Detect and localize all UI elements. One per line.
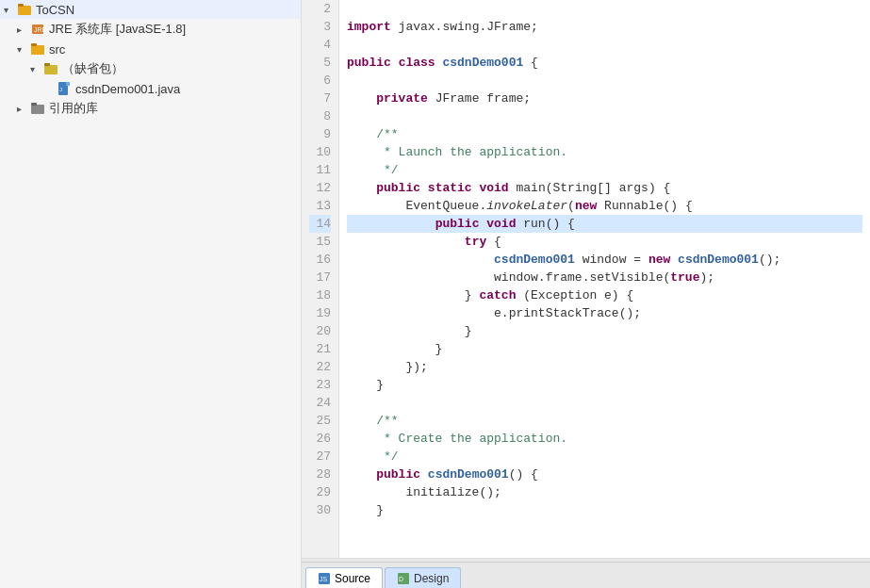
svg-text:J: J [59,87,62,92]
code-line-10: * Launch the application. [347,143,862,161]
code-line-27: */ [347,448,862,466]
code-line-12: public static void main(String[] args) { [347,179,862,197]
code-line-26: * Create the application. [347,430,862,448]
src-folder-icon [30,41,45,57]
sidebar-item-java-file[interactable]: J csdnDemo001.java [0,79,301,98]
main-container: ▾ ToCSN ▸ JRE JRE 系统库 [JavaSE-1.8] ▾ [0,0,870,588]
code-editor[interactable]: import javax.swing.JFrame; public class … [339,0,870,558]
svg-text:JS: JS [320,576,328,582]
svg-text:JRE: JRE [34,26,45,33]
code-line-29: initialize(); [347,483,862,501]
code-line-5: public class csdnDemo001 { [347,54,862,72]
code-line-24 [347,394,862,412]
sidebar: ▾ ToCSN ▸ JRE JRE 系统库 [JavaSE-1.8] ▾ [0,0,302,588]
source-tab-label: Source [335,572,370,585]
code-line-11: */ [347,161,862,179]
editor-area: 2 3 4 5 6 7 8 9 10 11 12 13 14 15 16 17 … [302,0,870,588]
code-line-13: EventQueue.invokeLater(new Runnable() { [347,197,862,215]
svg-rect-13 [31,103,37,106]
code-line-3: import javax.swing.JFrame; [347,18,862,36]
svg-rect-4 [31,45,44,55]
project-label: ToCSN [36,3,74,17]
tab-design[interactable]: D Design [385,567,461,588]
code-line-23: } [347,376,862,394]
code-line-2 [347,0,862,18]
expand-arrow-pkg: ▾ [30,64,43,74]
sidebar-item-lib[interactable]: ▸ 引用的库 [0,98,301,119]
sidebar-item-jre[interactable]: ▸ JRE JRE 系统库 [JavaSE-1.8] [0,19,301,40]
svg-rect-1 [18,4,24,7]
svg-text:D: D [399,576,403,582]
sidebar-item-project[interactable]: ▾ ToCSN [0,0,301,19]
code-line-22: }); [347,358,862,376]
design-tab-icon: D [397,572,410,585]
lib-label: 引用的库 [49,100,98,117]
jre-label: JRE 系统库 [JavaSE-1.8] [49,21,186,38]
tab-source[interactable]: JS Source [305,567,383,588]
src-label: src [49,42,65,57]
code-line-28: public csdnDemo001() { [347,466,862,483]
svg-rect-7 [44,63,50,66]
code-line-8 [347,107,862,125]
sidebar-item-package[interactable]: ▾ （缺省包） [0,58,301,79]
svg-rect-6 [44,65,57,74]
code-line-14: public void run() { [347,215,862,233]
code-line-18: } catch (Exception e) { [347,286,862,304]
svg-rect-10 [66,82,70,86]
source-tab-icon: JS [318,572,331,585]
code-line-9: /** [347,125,862,143]
line-numbers: 2 3 4 5 6 7 8 9 10 11 12 13 14 15 16 17 … [302,0,339,558]
java-file-label: csdnDemo001.java [75,82,180,96]
sidebar-item-src[interactable]: ▾ src [0,40,301,58]
code-line-17: window.frame.setVisible(true); [347,269,862,286]
java-file-icon: J [57,81,72,96]
design-tab-label: Design [414,572,449,585]
svg-rect-0 [18,6,31,15]
expand-arrow-project: ▾ [4,5,17,15]
package-icon [43,61,58,76]
code-line-16: csdnDemo001 window = new csdnDemo001(); [347,251,862,269]
svg-rect-12 [31,105,44,114]
code-line-19: e.printStackTrace(); [347,304,862,322]
code-container[interactable]: 2 3 4 5 6 7 8 9 10 11 12 13 14 15 16 17 … [302,0,870,558]
code-line-25: /** [347,412,862,430]
expand-arrow-jre: ▸ [17,24,30,35]
code-line-4 [347,36,862,54]
code-line-7: private JFrame frame; [347,90,862,107]
code-line-30: } [347,501,862,519]
code-line-15: try { [347,233,862,251]
code-line-20: } [347,322,862,340]
lib-icon [30,101,45,116]
package-label: （缺省包） [62,60,123,77]
expand-arrow-lib: ▸ [17,104,30,114]
jre-icon: JRE [30,22,45,37]
svg-rect-5 [31,43,37,46]
expand-arrow-src: ▾ [17,44,30,55]
code-line-21: } [347,340,862,358]
bottom-tabs: JS Source D Design [302,562,870,588]
project-icon [17,2,32,17]
code-line-6 [347,72,862,90]
